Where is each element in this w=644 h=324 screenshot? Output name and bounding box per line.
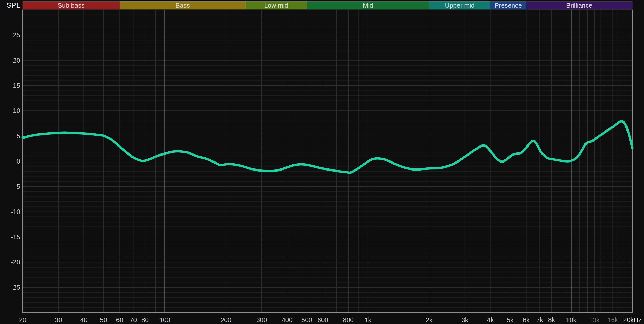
y-tick-label: 20 [13,57,20,64]
y-tick-label: -10 [11,208,20,215]
band-label: Upper mid [445,2,474,9]
grid-layer [23,10,632,313]
band-label: Bass [175,2,190,9]
x-tick-label: 20kHz [623,316,642,323]
y-tick-label: 10 [13,107,20,114]
curve-layer [23,121,632,173]
x-tick-label: 600 [318,316,328,323]
x-tick-label: 8k [548,316,555,323]
band-label: Mid [363,2,373,9]
y-tick-label: -25 [11,284,20,291]
x-tick-label: 200 [221,316,231,323]
x-tick-label: 4k [487,316,494,323]
x-tick-label: 40 [80,316,88,323]
band-label: Presence [495,2,522,9]
frequency-bands-layer: Sub bassBassLow midMidUpper midPresenceB… [23,1,632,9]
spl-axis-label: SPL [7,1,20,9]
x-tick-label: 16k [607,316,618,323]
frequency-response-curve[interactable] [23,121,632,173]
x-tick-label: 10k [566,316,577,323]
x-tick-label: 500 [301,316,312,323]
x-tick-label: 6k [523,316,530,323]
x-tick-label: 400 [282,316,293,323]
x-tick-label: 7k [536,316,543,323]
x-tick-label: 300 [256,316,267,323]
y-tick-label: 25 [13,31,20,39]
x-tick-label: 800 [343,316,354,323]
y-tick-label: -15 [11,233,20,241]
band-label: Low mid [264,2,288,9]
x-tick-label: 30 [55,316,62,323]
y-tick-label: 0 [16,158,20,165]
band-label: Sub bass [58,2,84,9]
y-tick-label: -20 [11,258,20,266]
x-tick-label: 3k [462,316,469,323]
spl-graph-canvas[interactable]: Sub bassBassLow midMidUpper midPresenceB… [0,0,644,324]
band-label: Brilliance [566,2,592,9]
y-tick-label: -5 [14,183,20,190]
y-tick-label: 15 [13,82,20,89]
x-tick-label: 70 [130,316,137,323]
x-tick-label: 2k [426,316,433,323]
frequency-response-chart: Sub bassBassLow midMidUpper midPresenceB… [0,0,644,324]
x-tick-label: 5k [507,316,514,323]
x-tick-label: 13k [589,316,600,323]
y-tick-label: 5 [16,132,20,140]
x-tick-label: 50 [100,316,107,323]
x-tick-label: 60 [116,316,123,323]
x-tick-label: 20 [19,316,26,323]
x-tick-label: 80 [141,316,149,323]
x-tick-label: 1k [365,316,371,323]
x-tick-label: 100 [159,316,170,323]
